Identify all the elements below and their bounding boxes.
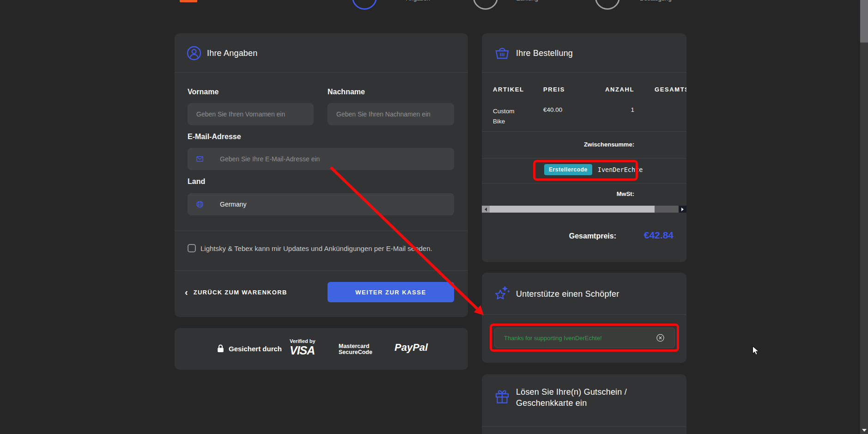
- giftcard-title-line2: Geschenkkarte ein: [516, 397, 627, 409]
- securecode-text: SecureCode: [339, 349, 372, 355]
- vscroll-down-arrow-icon: [862, 429, 867, 432]
- giftcard-panel: Lösen Sie Ihre(n) Gutschein / Geschenkka…: [482, 374, 686, 434]
- user-icon: [187, 46, 201, 61]
- payment-security-strip: Gesichert durch Verified by VISA Masterc…: [175, 328, 468, 370]
- basket-icon: [495, 46, 510, 60]
- step-3-circle: [595, 0, 620, 10]
- visa-text: VISA: [290, 345, 316, 356]
- marketing-optin-label: Lightsky & Tebex kann mir Updates und An…: [200, 245, 459, 252]
- logo-fragment: [180, 0, 197, 2]
- dismiss-icon[interactable]: [656, 334, 664, 342]
- item-price: €40.00: [543, 106, 562, 113]
- last-name-input[interactable]: [328, 103, 454, 125]
- gift-icon: [495, 388, 510, 404]
- hscroll-left-arrow-icon: [485, 208, 487, 211]
- continue-to-checkout-button[interactable]: WEITER ZUR KASSE: [328, 282, 454, 302]
- lock-icon: [217, 344, 224, 353]
- paypal-logo: PayPal: [395, 342, 428, 354]
- envelope-icon: [196, 156, 203, 162]
- creator-code-value: IvenDerEchte: [598, 166, 643, 173]
- column-preis: PREIS: [543, 86, 565, 93]
- subtotal-label: Zwischensumme:: [584, 141, 634, 148]
- vat-label: MwSt:: [617, 190, 634, 197]
- country-value: Germany: [220, 201, 247, 208]
- visa-logo: Verified by VISA: [290, 339, 316, 356]
- step-2-circle: [473, 0, 498, 10]
- giftcard-title: Lösen Sie Ihre(n) Gutschein / Geschenkka…: [516, 386, 627, 409]
- creator-code-badge: Erstellercode: [544, 164, 592, 175]
- country-select[interactable]: Germany: [188, 193, 454, 215]
- support-creator-title: Unterstütze einen Schöpfer: [516, 289, 619, 299]
- total-value: €42.84: [644, 230, 674, 241]
- back-to-basket-button[interactable]: ‹ ZURÜCK ZUM WARENKORB: [185, 282, 287, 302]
- order-panel-title: Ihre Bestellung: [516, 49, 573, 58]
- step-1-circle-active: [352, 0, 377, 10]
- email-label: E-Mail-Adresse: [188, 133, 241, 141]
- country-label: Land: [188, 177, 205, 186]
- giftcard-title-line1: Lösen Sie Ihre(n) Gutschein /: [516, 386, 627, 397]
- column-gesamtsumme: GESAMTSUMME: [655, 86, 686, 93]
- column-artikel: ARTIKEL: [493, 86, 524, 93]
- hscroll-right-arrow-icon: [681, 208, 684, 211]
- back-button-label: ZURÜCK ZUM WARENKORB: [194, 289, 287, 296]
- secured-by-label: Gesichert durch: [229, 345, 282, 353]
- vscroll-thumb[interactable]: [860, 0, 868, 43]
- item-qty: 1: [631, 106, 634, 113]
- hscroll-right-button[interactable]: [679, 206, 686, 213]
- globe-icon: [196, 201, 203, 208]
- creator-thanks-box: Thanks for supporting IvenDerEchte!: [494, 328, 675, 348]
- mouse-cursor: [752, 346, 761, 356]
- customer-panel-title: Ihre Angaben: [207, 49, 258, 58]
- star-sparkle-icon: [494, 284, 511, 303]
- checkout-page: Angaben Zahlung Bestätigung Ihre Angaben…: [0, 0, 868, 434]
- hscroll-thumb[interactable]: [490, 206, 655, 213]
- creator-code-row: Erstellercode IvenDerEchte: [544, 164, 643, 175]
- order-summary-panel: Ihre Bestellung ARTIKEL PREIS ANZAHL GES…: [482, 33, 686, 262]
- customer-details-panel: Ihre Angaben Vorname Nachname E-Mail-Adr…: [175, 33, 468, 317]
- verified-by-text: Verified by: [290, 339, 316, 344]
- step-1-label: Angaben: [406, 0, 443, 3]
- item-name: Custom Bike: [493, 106, 525, 127]
- page-vscrollbar[interactable]: [860, 0, 868, 434]
- marketing-checkbox[interactable]: [188, 244, 196, 252]
- column-anzahl: ANZAHL: [605, 86, 634, 93]
- step-3-label: Bestätigung: [640, 0, 681, 3]
- step-2-label: Zahlung: [516, 0, 553, 3]
- chevron-left-icon: ‹: [185, 287, 188, 297]
- vscroll-down-button[interactable]: [860, 426, 868, 434]
- support-creator-panel: Unterstütze einen Schöpfer Thanks for su…: [482, 273, 686, 363]
- hscroll-left-button[interactable]: [482, 206, 490, 213]
- mastercard-securecode-logo: Mastercard SecureCode: [339, 343, 372, 355]
- first-name-label: Vorname: [188, 88, 219, 96]
- last-name-label: Nachname: [328, 88, 365, 96]
- secured-by: Gesichert durch: [217, 344, 282, 353]
- email-input[interactable]: [188, 148, 454, 170]
- total-label: Gesamtpreis:: [569, 232, 616, 240]
- order-table-hscrollbar[interactable]: [482, 206, 686, 213]
- creator-thanks-message: Thanks for supporting IvenDerEchte!: [504, 335, 602, 342]
- first-name-input[interactable]: [188, 103, 314, 125]
